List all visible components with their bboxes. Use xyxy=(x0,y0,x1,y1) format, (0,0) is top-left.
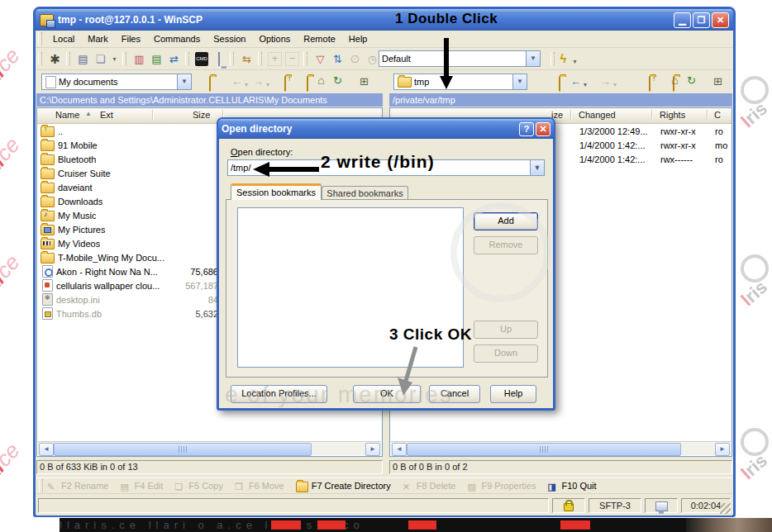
toolbar-grip[interactable] xyxy=(185,52,189,65)
quit-icon: ◨ xyxy=(547,482,558,491)
documents-icon xyxy=(45,76,56,88)
minimize-button[interactable]: ▁ xyxy=(674,12,691,28)
column-name[interactable]: Name xyxy=(55,110,79,120)
folder-icon xyxy=(41,169,55,179)
toolbar-grip[interactable] xyxy=(122,52,126,65)
left-root-directory-icon[interactable] xyxy=(307,76,308,92)
right-open-folder-icon[interactable] xyxy=(559,76,560,92)
right-directory-combo[interactable]: tmp ▼ xyxy=(393,74,527,90)
chevron-down-icon[interactable]: ▼ xyxy=(526,51,540,66)
move-icon: ❐ xyxy=(235,482,245,491)
close-button[interactable]: ✕ xyxy=(712,12,729,28)
column-divider[interactable] xyxy=(707,110,708,121)
chevron-down-icon[interactable]: ▾ xyxy=(111,52,118,66)
lightning-transfer-icon[interactable]: ϟ xyxy=(556,51,570,65)
delete-x-icon: ✕ xyxy=(403,482,413,491)
menu-commands[interactable]: Commands xyxy=(147,32,207,45)
left-parent-directory-icon[interactable] xyxy=(284,76,286,92)
tab-shared-bookmarks[interactable]: Shared bookmarks xyxy=(322,186,408,200)
scroll-right-icon[interactable]: ► xyxy=(715,443,730,456)
scrollbar-thumb[interactable] xyxy=(54,443,312,456)
open-directory-label: Open directory: xyxy=(231,147,293,157)
menu-mark[interactable]: Mark xyxy=(81,32,114,45)
right-back-icon[interactable]: ← xyxy=(569,74,583,88)
help-question-icon[interactable]: ? xyxy=(519,122,534,136)
menu-options[interactable]: Options xyxy=(252,32,297,45)
column-divider[interactable] xyxy=(570,110,572,121)
column-changed[interactable]: Changed xyxy=(579,110,616,120)
left-refresh-icon[interactable]: ↻ xyxy=(331,74,345,88)
menu-grip[interactable] xyxy=(38,32,42,45)
chevron-down-icon[interactable]: ▼ xyxy=(512,74,527,89)
chevron-down-icon[interactable]: ▼ xyxy=(177,74,191,89)
toolbar-grip[interactable] xyxy=(550,52,555,65)
toolbar-grip[interactable] xyxy=(303,52,307,65)
scroll-left-icon[interactable]: ◄ xyxy=(392,443,407,456)
left-open-folder-icon[interactable] xyxy=(209,76,211,92)
scrollbar-thumb[interactable] xyxy=(407,443,681,456)
session-log-icon[interactable]: ▤ xyxy=(76,52,90,66)
dialog-title-bar[interactable]: Open directory ? ✕ xyxy=(218,119,554,139)
scroll-left-icon[interactable]: ◄ xyxy=(39,443,54,456)
database-file-icon xyxy=(42,307,53,320)
sort-icon[interactable]: ⇅ xyxy=(331,52,345,66)
synchronize-icon[interactable]: ⇄ xyxy=(167,52,181,66)
right-tree-icon[interactable]: ⊞ xyxy=(711,74,725,88)
column-size[interactable]: Size xyxy=(193,110,210,120)
menu-help[interactable]: Help xyxy=(342,32,374,45)
filter-icon[interactable]: ▽ xyxy=(313,52,327,66)
dialog-title: Open directory xyxy=(222,123,292,135)
toolbar-grip[interactable] xyxy=(230,52,234,65)
duplicate-icon[interactable]: ▤ xyxy=(150,52,164,66)
help-button[interactable]: Help xyxy=(490,385,536,403)
column-rights[interactable]: Rights xyxy=(660,110,685,120)
preferences-gear-icon[interactable]: ✱ xyxy=(48,52,62,66)
menu-session[interactable]: Session xyxy=(207,32,252,45)
transfer-settings-value: Default xyxy=(382,54,526,64)
column-owner[interactable]: C xyxy=(714,110,721,120)
chevron-down-icon[interactable]: ▾ xyxy=(582,78,589,92)
fkey-quit[interactable]: ◨F10 Quit xyxy=(547,481,596,491)
screenshot-stage: tmp - root@127.0.0.1 - WinSCP ▁ ❐ ✕ Loca… xyxy=(0,0,772,532)
chevron-down-icon[interactable]: ▼ xyxy=(530,160,544,175)
folder-icon xyxy=(41,183,55,193)
left-horizontal-scrollbar[interactable]: ◄ ► xyxy=(38,441,381,455)
chevron-down-icon: ▾ xyxy=(264,78,271,92)
column-divider[interactable] xyxy=(651,110,653,121)
menu-files[interactable]: Files xyxy=(115,32,147,45)
chevron-down-icon[interactable]: ▾ xyxy=(571,55,579,69)
toolbar-grip[interactable] xyxy=(66,52,70,65)
image-file-icon xyxy=(42,279,53,292)
menu-remote[interactable]: Remote xyxy=(297,32,342,45)
console-icon[interactable]: CMD xyxy=(195,52,208,66)
dialog-close-icon[interactable]: ✕ xyxy=(536,122,550,136)
left-directory-combo[interactable]: My documents ▼ xyxy=(41,74,192,90)
package-icon[interactable]: ▥ xyxy=(132,52,146,66)
right-home-icon[interactable]: ⌂ xyxy=(668,74,682,88)
column-divider[interactable] xyxy=(152,110,154,121)
toolbar-grip[interactable] xyxy=(38,52,42,65)
tab-session-bookmarks[interactable]: Session bookmarks xyxy=(231,183,322,200)
properties-icon: ▨ xyxy=(467,482,478,491)
right-parent-directory-icon[interactable] xyxy=(649,76,650,92)
computer-icon[interactable] xyxy=(212,52,226,66)
title-bar[interactable]: tmp - root@127.0.0.1 - WinSCP ▁ ❐ ✕ xyxy=(36,9,733,31)
left-back-icon: ← xyxy=(230,74,244,88)
right-refresh-icon[interactable]: ↻ xyxy=(684,74,698,88)
resize-grip[interactable] xyxy=(720,503,731,514)
left-home-icon[interactable]: ⌂ xyxy=(314,74,328,88)
right-horizontal-scrollbar[interactable]: ◄ ► xyxy=(391,441,731,455)
add-button[interactable]: Add xyxy=(474,212,538,230)
toolbar-grip[interactable] xyxy=(258,52,262,65)
left-directory-value: My documents xyxy=(59,77,177,87)
scroll-right-icon[interactable]: ► xyxy=(365,443,380,456)
commandbar-grip[interactable] xyxy=(39,479,43,492)
column-ext[interactable]: Ext xyxy=(100,110,113,120)
fkey-create-directory[interactable]: F7 Create Directory xyxy=(296,480,391,492)
left-tree-icon[interactable]: ⊞ xyxy=(357,74,371,88)
copy-session-icon[interactable]: ❏ xyxy=(93,52,107,66)
menu-local[interactable]: Local xyxy=(46,32,81,45)
sync-browsing-icon[interactable]: ⇆ xyxy=(240,52,254,66)
transfer-settings-combo[interactable]: Default ▼ xyxy=(379,50,541,67)
maximize-button[interactable]: ❐ xyxy=(693,12,710,28)
